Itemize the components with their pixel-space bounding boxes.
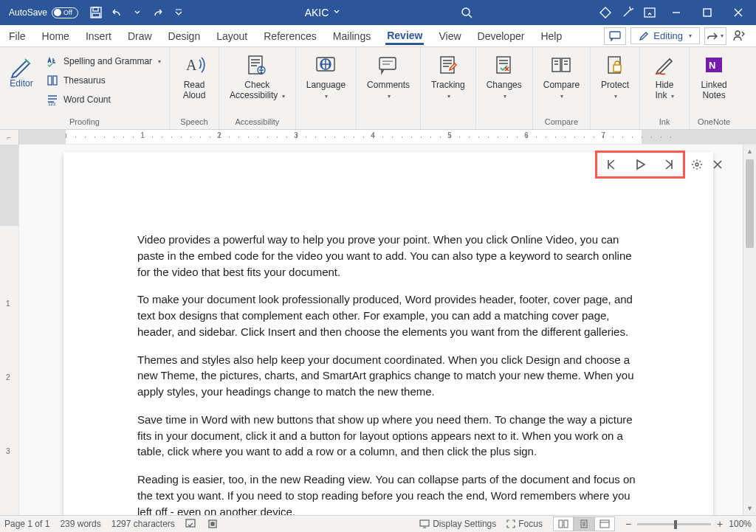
ribbon-display-icon[interactable] — [639, 2, 660, 23]
changes-label: Changes — [487, 80, 522, 90]
share-button[interactable]: ▾ — [704, 27, 726, 45]
zoom-level[interactable]: 100% — [729, 519, 752, 529]
comments-label: Comments — [367, 80, 410, 90]
comments-icon — [377, 53, 400, 77]
word-count-indicator[interactable]: 239 words — [60, 519, 100, 529]
paragraph[interactable]: Reading is easier, too, in the new Readi… — [137, 471, 639, 515]
changes-button[interactable]: Changes▾ — [481, 50, 528, 101]
hide-ink-button[interactable]: Hide Ink ▾ — [645, 50, 684, 101]
close-playback-icon[interactable] — [709, 156, 726, 173]
svg-rect-8 — [48, 76, 52, 85]
check-accessibility-button[interactable]: Check Accessibility ▾ — [224, 50, 291, 101]
changes-icon — [492, 53, 516, 77]
page-indicator[interactable]: Page 1 of 1 — [4, 519, 49, 529]
svg-rect-4 — [645, 8, 655, 17]
vertical-scrollbar[interactable]: ▲ ▼ — [743, 145, 756, 515]
svg-rect-21 — [562, 58, 570, 72]
read-aloud-button[interactable]: A Read Aloud — [174, 50, 214, 101]
paragraph[interactable]: Themes and styles also help keep your do… — [137, 352, 639, 400]
svg-rect-29 — [211, 522, 214, 525]
thesaurus-button[interactable]: Thesaurus — [43, 72, 164, 89]
horizontal-ruler[interactable]: ⌐ 1234567 — [0, 130, 756, 145]
scroll-thumb[interactable] — [746, 159, 754, 248]
redo-icon[interactable] — [148, 2, 168, 23]
tab-design[interactable]: Design — [167, 27, 202, 45]
svg-point-7 — [735, 31, 740, 35]
character-count-indicator[interactable]: 1297 characters — [111, 519, 175, 529]
svg-rect-32 — [564, 520, 568, 528]
language-button[interactable]: Language▾ — [300, 50, 351, 101]
tab-view[interactable]: View — [437, 27, 462, 45]
tab-review[interactable]: Review — [385, 27, 424, 45]
accessibility-icon — [245, 53, 269, 77]
tab-file[interactable]: File — [7, 27, 27, 45]
previous-button[interactable] — [603, 156, 621, 173]
diamond-icon[interactable] — [595, 2, 616, 23]
compare-button[interactable]: Compare▾ — [537, 50, 585, 101]
save-icon[interactable] — [86, 2, 106, 23]
autosave-state: Off — [63, 9, 72, 16]
comments-shortcut-icon[interactable] — [604, 27, 626, 45]
maximize-icon[interactable] — [693, 2, 722, 23]
zoom-in-button[interactable]: + — [717, 518, 723, 530]
undo-dropdown-icon[interactable] — [127, 2, 148, 23]
tab-draw[interactable]: Draw — [126, 27, 154, 45]
macro-status-icon[interactable] — [207, 519, 218, 529]
tab-help[interactable]: Help — [539, 27, 563, 45]
svg-rect-18 — [441, 57, 454, 73]
scroll-up-icon[interactable]: ▲ — [743, 145, 756, 158]
read-mode-view-icon[interactable] — [553, 517, 574, 531]
document-viewport[interactable]: Video provides a powerful way to help yo… — [19, 145, 743, 515]
protect-button[interactable]: Protect▾ — [595, 50, 635, 101]
document-page: Video provides a powerful way to help yo… — [63, 152, 713, 515]
play-button[interactable] — [631, 156, 649, 173]
ink-group-label: Ink — [645, 115, 684, 129]
svg-point-3 — [462, 8, 470, 15]
scroll-down-icon[interactable]: ▼ — [743, 502, 756, 515]
tab-layout[interactable]: Layout — [215, 27, 249, 45]
close-icon[interactable] — [724, 2, 753, 23]
tab-mailings[interactable]: Mailings — [331, 27, 372, 45]
next-button[interactable] — [659, 156, 677, 173]
spell-check-status-icon[interactable] — [185, 519, 197, 529]
display-settings-label: Display Settings — [433, 519, 496, 529]
account-icon[interactable] — [731, 30, 749, 43]
zoom-slider[interactable] — [637, 523, 711, 525]
paragraph[interactable]: Save time in Word with new buttons that … — [137, 412, 639, 460]
title-dropdown-icon[interactable] — [333, 7, 340, 18]
undo-icon[interactable] — [106, 2, 127, 23]
qat-customize-icon[interactable] — [168, 2, 189, 23]
tab-developer[interactable]: Developer — [476, 27, 526, 45]
print-layout-view-icon[interactable] — [574, 517, 594, 531]
focus-label: Focus — [518, 519, 543, 529]
paragraph[interactable]: Video provides a powerful way to help yo… — [137, 232, 639, 280]
search-icon[interactable] — [456, 2, 477, 23]
proofing-group-label: Proofing — [4, 115, 165, 129]
zoom-out-button[interactable]: − — [625, 518, 631, 530]
wordcount-icon: 123 — [46, 93, 59, 106]
display-settings-button[interactable]: Display Settings — [419, 519, 496, 529]
wand-icon[interactable] — [617, 2, 638, 23]
paragraph[interactable]: To make your document look professionall… — [137, 291, 639, 339]
web-layout-view-icon[interactable] — [594, 517, 615, 531]
tab-references[interactable]: References — [262, 27, 318, 45]
doc-title: AKIC — [305, 7, 329, 18]
settings-icon[interactable] — [688, 156, 706, 173]
editor-button[interactable]: Editor — [4, 50, 38, 91]
autosave-toggle[interactable]: AutoSave Off — [9, 7, 78, 18]
pencil-icon — [639, 31, 649, 41]
minimize-icon[interactable] — [662, 2, 691, 23]
spelling-grammar-button[interactable]: Spelling and Grammar ▾ — [43, 53, 164, 69]
vertical-ruler[interactable]: 1 2 3 — [0, 145, 19, 515]
focus-button[interactable]: Focus — [506, 519, 543, 529]
linked-notes-button[interactable]: N Linked Notes — [694, 50, 734, 101]
tab-home[interactable]: Home — [41, 27, 71, 45]
comments-button[interactable]: Comments▾ — [361, 50, 416, 101]
tracking-button[interactable]: Tracking▾ — [425, 50, 471, 101]
spelling-icon — [46, 55, 59, 68]
tab-insert[interactable]: Insert — [84, 27, 113, 45]
word-count-button[interactable]: 123 Word Count — [43, 91, 164, 108]
svg-rect-9 — [53, 76, 57, 85]
svg-rect-6 — [610, 32, 620, 38]
editing-mode-button[interactable]: Editing ▾ — [630, 27, 700, 44]
